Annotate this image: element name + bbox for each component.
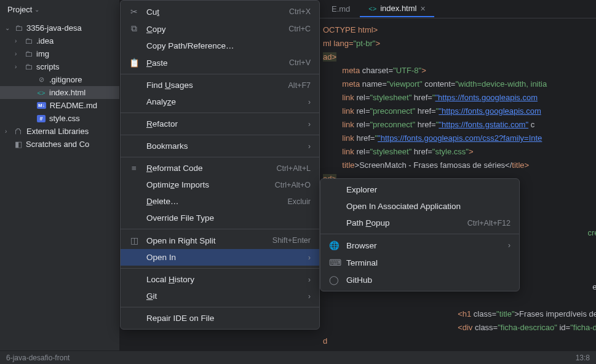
status-bar: 6-java-desafio-front 13:8: [0, 350, 596, 364]
menu-repair-ide[interactable]: Repair IDE on File: [121, 310, 319, 326]
menu-reformat[interactable]: ≡Reformat CodeCtrl+Alt+L: [121, 160, 319, 176]
tree-item-readme[interactable]: M↓ README.md: [0, 99, 119, 112]
folder-icon: 🗀: [25, 62, 33, 71]
submenu-path-popup[interactable]: Path PopupCtrl+Alt+F12: [320, 215, 519, 231]
open-in-submenu: Explorer Open In Associated Application …: [320, 178, 520, 291]
gitignore-icon: ⊘: [37, 76, 46, 84]
copy-icon: ⧉: [129, 24, 139, 34]
chevron-right-icon: ›: [308, 120, 311, 129]
globe-icon: 🌐: [329, 240, 339, 250]
close-icon[interactable]: ×: [420, 4, 425, 14]
github-icon: ◯: [329, 275, 339, 285]
menu-find-usages[interactable]: Find UsagesAlt+F7: [121, 77, 319, 93]
html-icon: <>: [368, 5, 376, 12]
tree-external-libraries[interactable]: › ⛫ External Libraries: [0, 125, 119, 138]
paste-icon: 📋: [129, 58, 139, 68]
menu-refactor[interactable]: Refactor›: [121, 116, 319, 132]
folder-icon: 🗀: [25, 36, 33, 46]
menu-separator: [320, 234, 519, 234]
chevron-right-icon: ›: [308, 275, 311, 284]
menu-separator: [121, 74, 319, 74]
folder-icon: 🗀: [15, 23, 23, 33]
chevron-right-icon: ›: [508, 241, 511, 250]
cut-icon: ✂: [129, 7, 139, 17]
css-icon: #: [37, 115, 46, 122]
chevron-right-icon: ›: [308, 253, 311, 262]
tree-item-img[interactable]: › 🗀 img: [0, 47, 119, 60]
context-menu: ✂CutCtrl+X ⧉CopyCtrl+C Copy Path/Referen…: [120, 0, 320, 330]
submenu-github[interactable]: ◯GitHub: [320, 271, 519, 288]
tab-readme[interactable]: E.md: [323, 2, 359, 16]
chevron-right-icon: ›: [308, 98, 311, 106]
html-icon: <>: [37, 89, 46, 97]
markdown-icon: M↓: [37, 102, 46, 109]
menu-local-history[interactable]: Local History›: [121, 271, 319, 288]
chevron-down-icon: ⌄: [34, 6, 39, 13]
split-icon: ◫: [129, 235, 139, 245]
menu-override-file-type[interactable]: Override File Type: [121, 210, 319, 226]
tree-item-index-html[interactable]: <> index.html: [0, 86, 119, 99]
menu-separator: [121, 229, 319, 229]
menu-open-in[interactable]: Open In›: [121, 249, 319, 266]
folder-icon: 🗀: [25, 49, 33, 58]
tab-index-html[interactable]: <> index.html ×: [360, 1, 434, 17]
chevron-right-icon: ›: [15, 50, 21, 57]
chevron-right-icon: ›: [308, 142, 311, 151]
submenu-browser[interactable]: 🌐Browser›: [320, 237, 519, 254]
menu-cut[interactable]: ✂CutCtrl+X: [121, 3, 319, 20]
tree-scratches[interactable]: ◧ Scratches and Co: [0, 138, 119, 151]
chevron-right-icon: ›: [5, 128, 11, 135]
cursor-position[interactable]: 13:8: [576, 354, 590, 362]
menu-separator: [121, 307, 319, 307]
menu-separator: [121, 135, 319, 135]
project-sidebar: Project ⌄ ⌄ 🗀 3356-java-desa › 🗀 .idea ›…: [0, 0, 120, 364]
file-tree: ⌄ 🗀 3356-java-desa › 🗀 .idea › 🗀 img › 🗀…: [0, 19, 119, 153]
submenu-associated-app[interactable]: Open In Associated Application: [320, 198, 519, 215]
menu-analyze[interactable]: Analyze›: [121, 93, 319, 110]
chevron-right-icon: ›: [15, 38, 21, 44]
menu-separator: [121, 113, 319, 113]
library-icon: ⛫: [15, 127, 23, 136]
menu-separator: [121, 268, 319, 269]
submenu-explorer[interactable]: Explorer: [320, 181, 519, 198]
menu-open-right-split[interactable]: ◫Open in Right SplitShift+Enter: [121, 232, 319, 249]
menu-bookmarks[interactable]: Bookmarks›: [121, 138, 319, 154]
chevron-right-icon: ›: [15, 63, 21, 70]
tree-item-style-css[interactable]: # style.css: [0, 112, 119, 125]
terminal-icon: ⌨: [329, 258, 339, 267]
menu-delete[interactable]: Delete…Excluir: [121, 193, 319, 210]
menu-copy-path[interactable]: Copy Path/Reference…: [121, 38, 319, 54]
tree-root[interactable]: ⌄ 🗀 3356-java-desa: [0, 22, 119, 34]
scratches-icon: ◧: [15, 140, 22, 149]
reformat-icon: ≡: [129, 164, 139, 173]
submenu-terminal[interactable]: ⌨Terminal: [320, 254, 519, 271]
chevron-right-icon: ›: [308, 292, 311, 301]
tree-item-idea[interactable]: › 🗀 .idea: [0, 34, 119, 47]
menu-optimize-imports[interactable]: Optimize ImportsCtrl+Alt+O: [121, 176, 319, 193]
tree-item-scripts[interactable]: › 🗀 scripts: [0, 60, 119, 73]
menu-separator: [121, 157, 319, 157]
tree-root-label: 3356-java-desa: [26, 23, 82, 33]
tree-item-gitignore[interactable]: ⊘ .gitignore: [0, 73, 119, 86]
menu-git[interactable]: Git›: [121, 288, 319, 304]
menu-copy[interactable]: ⧉CopyCtrl+C: [121, 20, 319, 38]
menu-paste[interactable]: 📋PasteCtrl+V: [121, 54, 319, 71]
status-left: 6-java-desafio-front: [6, 354, 70, 362]
project-label: Project: [7, 5, 32, 14]
project-header[interactable]: Project ⌄: [0, 0, 119, 19]
chevron-down-icon: ⌄: [5, 25, 11, 31]
